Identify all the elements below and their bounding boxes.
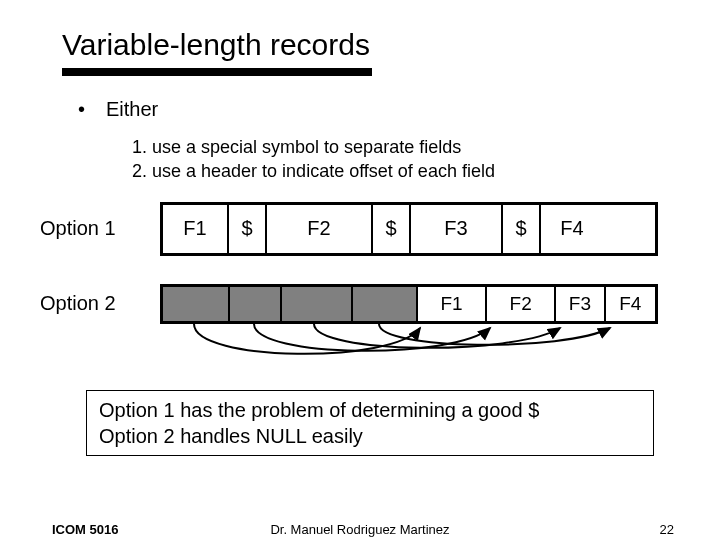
opt2-header-3 — [282, 287, 353, 321]
opt1-f2: F2 — [267, 205, 373, 253]
opt1-sep3: $ — [503, 205, 541, 253]
opt2-f4: F4 — [606, 287, 655, 321]
note-line-2: Option 2 handles NULL easily — [99, 423, 641, 449]
opt2-f1: F1 — [418, 287, 487, 321]
option1-record: F1 $ F2 $ F3 $ F4 — [160, 202, 658, 256]
bullet-row: • Either — [78, 98, 680, 121]
opt2-f2: F2 — [487, 287, 556, 321]
bullet-text: Either — [106, 98, 158, 121]
opt1-f3: F3 — [411, 205, 503, 253]
option2-row: Option 2 F1 F2 F3 F4 — [40, 284, 680, 324]
opt2-header-2 — [230, 287, 281, 321]
sub-list: 1. use a special symbol to separate fiel… — [132, 135, 680, 184]
footer-author: Dr. Manuel Rodriguez Martinez — [0, 522, 720, 537]
title-underline — [62, 68, 372, 76]
sub-item-1: 1. use a special symbol to separate fiel… — [132, 135, 680, 159]
bullet-marker: • — [78, 98, 106, 121]
note-box: Option 1 has the problem of determining … — [86, 390, 654, 456]
opt2-header-4 — [353, 287, 418, 321]
footer-page-num: 22 — [660, 522, 674, 537]
page-title: Variable-length records — [62, 28, 680, 62]
option2-label: Option 2 — [40, 292, 152, 315]
opt2-header-1 — [163, 287, 230, 321]
sub-item-2: 2. use a header to indicate offset of ea… — [132, 159, 680, 183]
opt1-sep2: $ — [373, 205, 411, 253]
opt2-f3: F3 — [556, 287, 605, 321]
offset-arrows — [164, 322, 664, 372]
opt1-sep1: $ — [229, 205, 267, 253]
option1-row: Option 1 F1 $ F2 $ F3 $ F4 — [40, 202, 680, 256]
option2-record: F1 F2 F3 F4 — [160, 284, 658, 324]
opt1-f1: F1 — [163, 205, 229, 253]
slide: Variable-length records • Either 1. use … — [0, 0, 720, 540]
note-line-1: Option 1 has the problem of determining … — [99, 397, 641, 423]
opt1-f4: F4 — [541, 205, 603, 253]
option1-label: Option 1 — [40, 217, 152, 240]
